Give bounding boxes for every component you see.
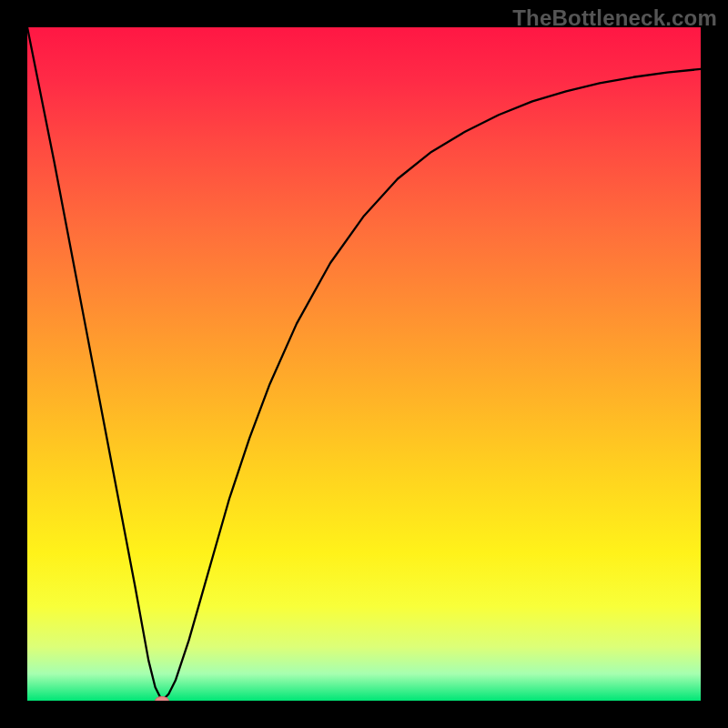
gradient-background bbox=[27, 27, 701, 701]
plot-area bbox=[27, 27, 701, 701]
bottleneck-chart: TheBottleneck.com bbox=[0, 0, 728, 728]
chart-svg bbox=[27, 27, 701, 701]
